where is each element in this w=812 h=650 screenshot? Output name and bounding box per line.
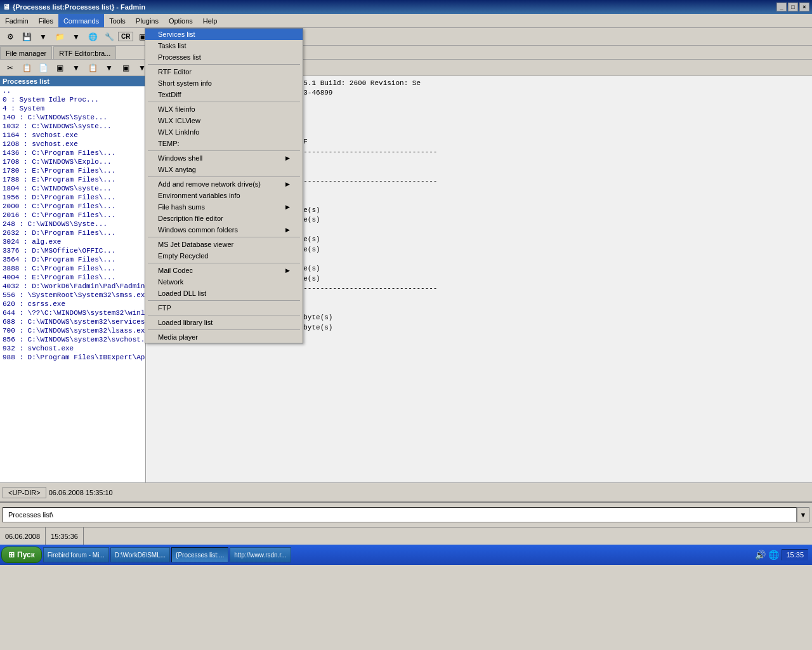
menu-separator bbox=[148, 64, 300, 65]
close-button[interactable]: × bbox=[799, 3, 809, 11]
process-item[interactable]: 3024 : alg.exe bbox=[0, 237, 145, 246]
taskbar-item-3[interactable]: http://www.rsdn.r... bbox=[230, 547, 291, 562]
minimize-button[interactable]: _ bbox=[776, 3, 787, 11]
tb-dropdown-2[interactable]: ▼ bbox=[69, 30, 84, 44]
menu-help[interactable]: Help bbox=[198, 14, 223, 27]
menu-item-empty-recycled[interactable]: Empty Recycled bbox=[145, 250, 303, 262]
menu-item-loaded-library-list[interactable]: Loaded library list bbox=[145, 317, 303, 328]
tb2-dropdown-2[interactable]: ▼ bbox=[102, 61, 117, 75]
process-item[interactable]: 688 : C:\WINDOWS\system32\services.exe bbox=[0, 317, 145, 326]
menu-separator bbox=[148, 150, 300, 151]
menu-item-textdiff[interactable]: TextDiff bbox=[145, 89, 303, 100]
system-clock[interactable]: 15:35 bbox=[782, 549, 808, 560]
process-item[interactable]: 1436 : C:\Program Files\... bbox=[0, 149, 145, 157]
process-item[interactable]: 1804 : C:\WINDOWS\syste... bbox=[0, 184, 145, 193]
tb-cr-btn[interactable]: CR bbox=[118, 32, 133, 41]
menu-item-wlx-anytag[interactable]: WLX anytag bbox=[145, 164, 303, 175]
tb2-btn-2[interactable]: 📋 bbox=[19, 61, 34, 75]
menu-item-loaded-dll-list[interactable]: Loaded DLL list bbox=[145, 288, 303, 299]
menu-item-mail-codec[interactable]: Mail Codec▶ bbox=[145, 265, 303, 276]
process-item[interactable]: 1780 : E:\Program Files\... bbox=[0, 166, 145, 175]
tb-btn-2[interactable]: 💾 bbox=[19, 30, 34, 44]
process-item[interactable]: 3376 : D:\MSOffice\OFFIC... bbox=[0, 246, 145, 255]
maximize-button[interactable]: □ bbox=[788, 3, 798, 11]
process-item[interactable]: 3888 : C:\Program Files\... bbox=[0, 264, 145, 273]
process-item[interactable]: 4032 : D:\WorkD6\Fadmin\Pad\Fadmin.exe bbox=[0, 282, 145, 291]
process-item[interactable]: 248 : C:\WINDOWS\Syste... bbox=[0, 220, 145, 229]
process-item[interactable]: 644 : \??\C:\WINDOWS\system32\winlogon.e… bbox=[0, 308, 145, 317]
menu-item-ftp[interactable]: FTP bbox=[145, 302, 303, 314]
process-item[interactable]: 700 : C:\WINDOWS\system32\lsass.exe bbox=[0, 326, 145, 335]
menu-item-description-file-editor[interactable]: Description file editor bbox=[145, 213, 303, 224]
process-item[interactable]: 620 : csrss.exe bbox=[0, 300, 145, 308]
process-item[interactable]: 856 : C:\WINDOWS\system32\svchost.exe bbox=[0, 335, 145, 344]
tb-btn-globe[interactable]: 🌐 bbox=[85, 30, 100, 44]
tab-rtfeditor[interactable]: RTF Editor:bra... bbox=[53, 46, 116, 59]
processes-list[interactable]: ..0 : System Idle Proc...4 : System140 :… bbox=[0, 86, 145, 482]
menu-item-add-and-remove-network-drive(s)[interactable]: Add and remove network drive(s)▶ bbox=[145, 178, 303, 190]
menu-item-rtf-editor[interactable]: RTF Editor bbox=[145, 66, 303, 77]
process-item[interactable]: 0 : System Idle Proc... bbox=[0, 95, 145, 104]
process-item[interactable]: 1164 : svchost.exe bbox=[0, 131, 145, 140]
menu-tools[interactable]: Tools bbox=[104, 14, 131, 27]
taskbar-item-0[interactable]: Firebird forum - Mi... bbox=[43, 547, 109, 562]
tray-icon-1[interactable]: 🔊 bbox=[755, 550, 766, 560]
title-bar-controls[interactable]: _ □ × bbox=[776, 3, 809, 11]
menu-item-services-list[interactable]: Services list bbox=[145, 29, 303, 40]
tb2-dropdown-1[interactable]: ▼ bbox=[69, 61, 84, 75]
tb2-btn-3[interactable]: 📄 bbox=[36, 61, 51, 75]
menu-options[interactable]: Options bbox=[164, 14, 198, 27]
tb-dropdown-1[interactable]: ▼ bbox=[36, 30, 51, 44]
menu-item-short-system-info[interactable]: Short system info bbox=[145, 77, 303, 89]
process-item[interactable]: 3564 : D:\Program Files\... bbox=[0, 255, 145, 264]
process-item[interactable]: 2632 : D:\Program Files\... bbox=[0, 229, 145, 237]
menu-item-processes-list[interactable]: Processes list bbox=[145, 51, 303, 63]
tb2-btn-1[interactable]: ✂ bbox=[3, 61, 18, 75]
process-item[interactable]: 556 : \SystemRoot\System32\smss.exe bbox=[0, 291, 145, 300]
menu-fadmin[interactable]: Fadmin bbox=[0, 14, 34, 27]
taskbar-item-1[interactable]: D:\WorkD6\SML... bbox=[110, 547, 170, 562]
menu-item-environment-variables-info[interactable]: Environment variables info bbox=[145, 190, 303, 201]
updir-button[interactable]: <UP-DIR> bbox=[3, 487, 46, 498]
menu-item-wlx-fileinfo[interactable]: WLX fileinfo bbox=[145, 103, 303, 115]
menu-item-ms-jet-database-viewer[interactable]: MS Jet Database viewer bbox=[145, 239, 303, 250]
menu-files[interactable]: Files bbox=[34, 14, 58, 27]
start-button[interactable]: ⊞ Пуск bbox=[1, 547, 42, 563]
menu-commands[interactable]: Commands bbox=[58, 14, 104, 27]
process-item[interactable]: 4 : System bbox=[0, 104, 145, 113]
menu-plugins[interactable]: Plugins bbox=[131, 14, 164, 27]
menu-item-label: Environment variables info bbox=[158, 192, 240, 199]
menu-item-media-player[interactable]: Media player bbox=[145, 331, 303, 343]
tb-btn-4[interactable]: 🔧 bbox=[102, 30, 117, 44]
process-item[interactable]: 1208 : svchost.exe bbox=[0, 140, 145, 149]
tray-icon-2[interactable]: 🌐 bbox=[768, 550, 779, 560]
menu-item-wlx-linkinfo[interactable]: WLX LinkInfo bbox=[145, 126, 303, 138]
menu-item-label: Processes list bbox=[158, 53, 201, 61]
process-item[interactable]: .. bbox=[0, 86, 145, 95]
process-item[interactable]: 988 : D:\Program Files\IBExpert\Apache2\… bbox=[0, 353, 145, 362]
process-item[interactable]: 1788 : E:\Program Files\... bbox=[0, 175, 145, 184]
tb2-btn-5[interactable]: 📋 bbox=[85, 61, 100, 75]
process-item[interactable]: 140 : C:\WINDOWS\Syste... bbox=[0, 113, 145, 122]
menu-item-tasks-list[interactable]: Tasks list bbox=[145, 40, 303, 51]
tb-btn-3[interactable]: 📁 bbox=[52, 30, 67, 44]
tb-btn-1[interactable]: ⚙ bbox=[3, 30, 18, 44]
menu-item-windows-shell[interactable]: Windows shell▶ bbox=[145, 152, 303, 164]
process-item[interactable]: 1956 : D:\Program Files\... bbox=[0, 193, 145, 202]
process-item[interactable]: 4004 : E:\Program Files\... bbox=[0, 273, 145, 282]
tb2-btn-6[interactable]: ▣ bbox=[118, 61, 133, 75]
process-item[interactable]: 1708 : C:\WINDOWS\Explo... bbox=[0, 157, 145, 166]
menu-item-wlx-iclview[interactable]: WLX ICLView bbox=[145, 115, 303, 126]
menu-item-file-hash-sums[interactable]: File hash sums▶ bbox=[145, 201, 303, 213]
tb2-btn-4[interactable]: ▣ bbox=[52, 61, 67, 75]
process-item[interactable]: 2000 : C:\Program Files\... bbox=[0, 202, 145, 211]
process-item[interactable]: 932 : svchost.exe bbox=[0, 344, 145, 353]
menu-item-network[interactable]: Network bbox=[145, 276, 303, 288]
menu-item-windows-common-folders[interactable]: Windows common folders▶ bbox=[145, 224, 303, 235]
process-item[interactable]: 1032 : C:\WINDOWS\syste... bbox=[0, 122, 145, 131]
menu-item-temp:[interactable]: TEMP: bbox=[145, 138, 303, 149]
taskbar-item-2[interactable]: {Processes list:... bbox=[171, 547, 228, 562]
path-dropdown[interactable]: ▼ bbox=[797, 507, 809, 522]
tab-filemanager[interactable]: File manager bbox=[0, 46, 52, 59]
process-item[interactable]: 2016 : C:\Program Files\... bbox=[0, 211, 145, 220]
